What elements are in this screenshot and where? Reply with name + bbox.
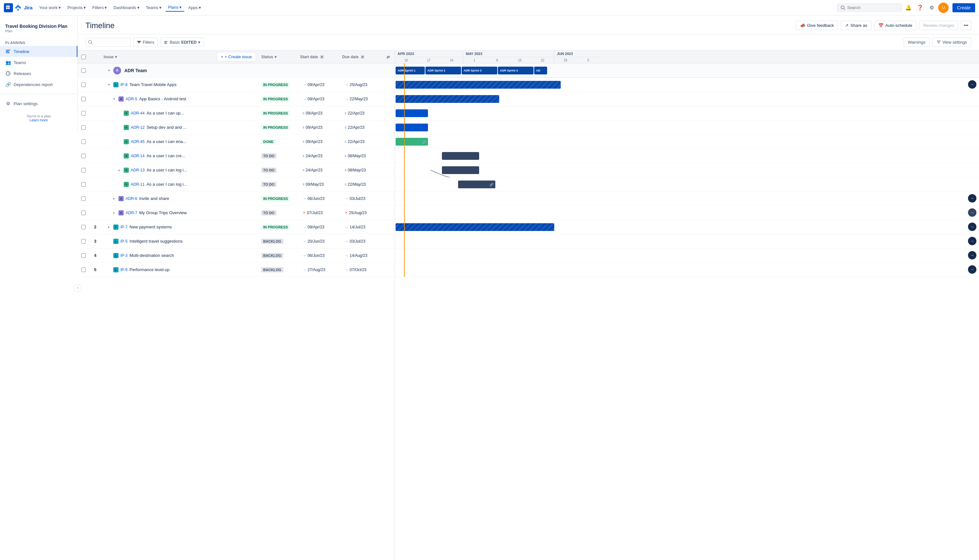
- table-row[interactable]: 2 ▸ L IP-7 New payment systems IN PROGRE…: [78, 220, 395, 234]
- status-badge: IN PROGRESS: [261, 125, 290, 130]
- user-avatar[interactable]: U: [938, 3, 949, 13]
- expand-icon[interactable]: ▸: [111, 196, 117, 201]
- issue-key: ADR-44: [131, 111, 145, 115]
- row-checkbox[interactable]: [81, 125, 86, 130]
- avatar: A: [113, 67, 121, 74]
- due-date: s22/Apr/23: [342, 140, 367, 144]
- select-all-checkbox[interactable]: [81, 55, 86, 59]
- basic-edited-button[interactable]: Basic EDITED ▾: [160, 38, 204, 47]
- table-row[interactable]: ▸ A ADR-6 Invite and share IN PROGRESS →…: [78, 192, 395, 206]
- sidebar-item-releases[interactable]: Releases: [0, 68, 77, 79]
- start-date-column-header[interactable]: Start date D: [300, 55, 324, 59]
- gantt-bar-arrow-right: →: [968, 194, 976, 203]
- toolbar-search-input[interactable]: [95, 40, 127, 45]
- create-issue-button[interactable]: + + Create issue: [217, 52, 256, 62]
- expand-icon[interactable]: ▸: [111, 210, 117, 215]
- give-feedback-button[interactable]: 📣 Give feedback: [796, 21, 838, 30]
- apps-grid-icon[interactable]: [4, 3, 13, 12]
- view-settings-button[interactable]: View settings: [932, 38, 971, 47]
- search-box[interactable]: [837, 3, 902, 12]
- sidebar-item-plan-settings[interactable]: ⚙ Plan settings: [0, 98, 77, 109]
- row-checkbox[interactable]: [81, 182, 86, 187]
- table-row[interactable]: ▸ S ADR-12 Setup dev and and ... IN PROG…: [78, 120, 395, 135]
- expand-icon[interactable]: ▸: [106, 225, 111, 230]
- gantt-bar[interactable]: [396, 123, 428, 131]
- table-row[interactable]: ▸ A ADR-7 My Group Trips Overview TO DO …: [78, 206, 395, 220]
- gantt-bar[interactable]: [442, 152, 479, 160]
- table-row[interactable]: ▸ S ADR-11 As a user I can log i... TO D…: [78, 177, 395, 192]
- row-checkbox[interactable]: [81, 211, 86, 215]
- issue-title: Invite and share: [139, 196, 169, 201]
- share-as-button[interactable]: ↗ Share as: [841, 21, 872, 30]
- gantt-bar[interactable]: [396, 81, 561, 88]
- auto-schedule-button[interactable]: 📅 Auto-schedule: [874, 21, 917, 30]
- gantt-bar[interactable]: [396, 109, 428, 117]
- nav-your-work[interactable]: Your work ▾: [37, 4, 63, 11]
- gantt-bar[interactable]: [396, 223, 554, 231]
- warnings-button[interactable]: Warnings: [904, 38, 929, 47]
- expand-icon[interactable]: ▾: [106, 82, 111, 87]
- gantt-bar-arrow: →: [968, 265, 976, 274]
- expand-collapse-all-icon[interactable]: ⇄: [386, 55, 390, 59]
- nav-teams[interactable]: Teams ▾: [144, 4, 164, 11]
- month-label: APR 2023: [395, 50, 463, 57]
- row-checkbox[interactable]: [81, 253, 86, 258]
- table-row[interactable]: ▾ L IP-8 Team Travel Mobile Apps IN PROG…: [78, 78, 395, 92]
- row-checkbox[interactable]: [81, 82, 86, 87]
- gantt-scroll[interactable]: APR 2023 10 17 24 MAY 2023: [395, 50, 979, 560]
- gantt-bar[interactable]: [396, 95, 499, 103]
- fields-dropdown-icon: ▾: [274, 55, 276, 59]
- table-row[interactable]: ▸ S ADR-13 As a user I can log i... TO D…: [78, 163, 395, 177]
- nav-plans[interactable]: Plans ▾: [165, 3, 185, 12]
- row-checkbox[interactable]: [81, 140, 86, 144]
- table-row[interactable]: 4 ▸ L IP-3 Multi-destination search BACK…: [78, 248, 395, 263]
- nav-projects[interactable]: Projects ▾: [65, 4, 89, 11]
- table-row[interactable]: 3 ▸ L IP-5 Intelligent travel suggestion…: [78, 234, 395, 248]
- table-row[interactable]: ▾ A ADR-5 App Basics - Android test IN P…: [78, 92, 395, 106]
- row-checkbox[interactable]: [81, 97, 86, 101]
- row-checkbox[interactable]: [81, 197, 86, 201]
- nav-filters[interactable]: Filters ▾: [90, 4, 109, 11]
- due-date-column-header[interactable]: Due date D: [342, 55, 364, 59]
- expand-icon[interactable]: ▾: [106, 68, 111, 73]
- learn-more-link[interactable]: Learn more: [30, 118, 48, 122]
- sidebar-item-timeline[interactable]: Timeline: [0, 46, 77, 57]
- row-checkbox[interactable]: [81, 111, 86, 115]
- gantt-bar[interactable]: 🔗: [458, 180, 495, 188]
- notifications-icon[interactable]: 🔔: [903, 3, 914, 13]
- table-row[interactable]: ▸ S ADR-45 As a user I can ena... DONE s…: [78, 135, 395, 149]
- table-row[interactable]: 5 ▸ L IP-6 Performance level-up BACKLOG …: [78, 263, 395, 277]
- row-checkbox[interactable]: [81, 68, 86, 73]
- row-checkbox[interactable]: [81, 154, 86, 158]
- table-row[interactable]: ▸ S ADR-14 As a user I can cre... TO DO …: [78, 149, 395, 163]
- settings-icon[interactable]: ⚙: [927, 3, 937, 13]
- review-changes-button[interactable]: Review changes: [919, 21, 958, 30]
- today-line: [404, 206, 405, 220]
- jira-logo[interactable]: Jira: [14, 4, 33, 12]
- issue-column-header[interactable]: Issue ▾: [104, 55, 117, 59]
- row-checkbox[interactable]: [81, 239, 86, 243]
- sidebar-item-dependencies[interactable]: 🔗 Dependencies report: [0, 79, 77, 90]
- due-date: s22/May/23: [342, 182, 368, 187]
- row-checkbox[interactable]: [81, 168, 86, 172]
- nav-dashboards[interactable]: Dashboards ▾: [111, 4, 142, 11]
- help-icon[interactable]: ❓: [915, 3, 925, 13]
- search-input[interactable]: [847, 5, 892, 10]
- sidebar-collapse-button[interactable]: ‹: [74, 284, 82, 292]
- create-button[interactable]: Create: [952, 3, 975, 12]
- today-line: [404, 177, 405, 191]
- nav-apps[interactable]: Apps ▾: [185, 4, 204, 11]
- sidebar-item-teams[interactable]: 👥 Teams: [0, 57, 77, 68]
- expand-icon[interactable]: ▾: [111, 97, 117, 102]
- expand-icon[interactable]: ▸: [117, 168, 122, 173]
- table-row[interactable]: ▸ S ADR-44 As a user I can up... IN PROG…: [78, 106, 395, 120]
- gantt-bar[interactable]: 🔗: [396, 138, 428, 146]
- toolbar-search[interactable]: [85, 38, 131, 47]
- filters-button[interactable]: Filters: [134, 38, 158, 47]
- month-label: MAY 2023: [463, 50, 554, 57]
- row-checkbox[interactable]: [81, 268, 86, 272]
- status-column-header[interactable]: Status ▾: [261, 55, 276, 59]
- table-row[interactable]: ▾ A ADR Team: [78, 63, 395, 78]
- row-checkbox[interactable]: [81, 225, 86, 229]
- more-actions-button[interactable]: •••: [961, 21, 971, 30]
